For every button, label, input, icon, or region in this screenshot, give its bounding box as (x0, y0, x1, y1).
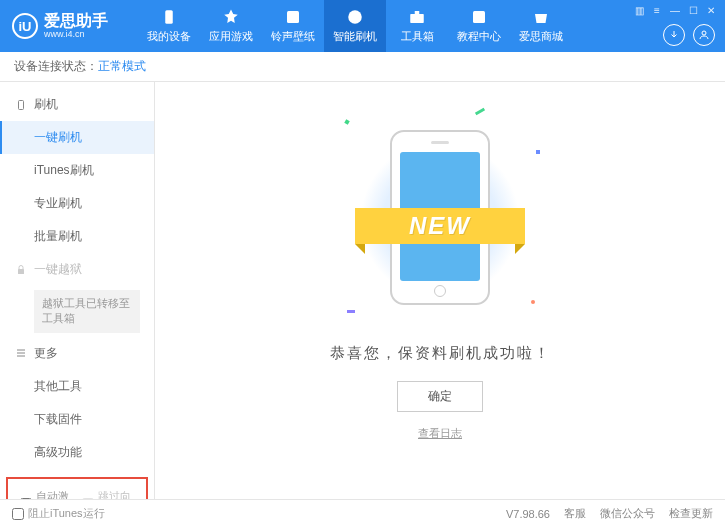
svg-rect-7 (19, 100, 24, 109)
sidebar: 刷机 一键刷机 iTunes刷机 专业刷机 批量刷机 一键越狱 越狱工具已转移至… (0, 82, 155, 499)
svg-rect-4 (415, 11, 420, 14)
phone-icon (160, 8, 178, 26)
apps-icon (222, 8, 240, 26)
lock-icon (14, 263, 28, 277)
status-prefix: 设备连接状态： (14, 58, 98, 75)
app-name: 爱思助手 (44, 13, 108, 29)
list-icon (14, 346, 28, 360)
nav-toolbox[interactable]: 工具箱 (386, 0, 448, 52)
app-header: iU 爱思助手 www.i4.cn 我的设备 应用游戏 铃声壁纸 智能刷机 工具… (0, 0, 725, 52)
main-content: NEW 恭喜您，保资料刷机成功啦！ 确定 查看日志 (155, 82, 725, 499)
download-button[interactable] (663, 24, 685, 46)
flash-icon (346, 8, 364, 26)
sidebar-group-jailbreak: 一键越狱 (0, 253, 154, 286)
nav-store[interactable]: 爱思商城 (510, 0, 572, 52)
dropdown-icon[interactable]: ≡ (651, 4, 663, 16)
nav-apps-games[interactable]: 应用游戏 (200, 0, 262, 52)
window-controls: ▥ ≡ — ☐ ✕ (633, 4, 717, 16)
highlighted-checkbox-row: 自动激活 跳过向导 (6, 477, 148, 499)
close-icon[interactable]: ✕ (705, 4, 717, 16)
view-log-link[interactable]: 查看日志 (418, 426, 462, 441)
success-illustration: NEW (365, 120, 515, 320)
app-logo: iU 爱思助手 www.i4.cn (0, 13, 120, 39)
svg-rect-5 (473, 11, 485, 23)
wallpaper-icon (284, 8, 302, 26)
auto-activate-checkbox[interactable]: 自动激活 (20, 489, 72, 499)
sidebar-group-flash[interactable]: 刷机 (0, 88, 154, 121)
jailbreak-note: 越狱工具已转移至工具箱 (34, 290, 140, 333)
nav-smart-flash[interactable]: 智能刷机 (324, 0, 386, 52)
skip-guide-checkbox[interactable]: 跳过向导 (82, 489, 134, 499)
main-nav: 我的设备 应用游戏 铃声壁纸 智能刷机 工具箱 教程中心 爱思商城 (138, 0, 572, 52)
status-bar: 设备连接状态： 正常模式 (0, 52, 725, 82)
success-message: 恭喜您，保资料刷机成功啦！ (330, 344, 551, 363)
book-icon (470, 8, 488, 26)
sidebar-group-more[interactable]: 更多 (0, 337, 154, 370)
footer: 阻止iTunes运行 V7.98.66 客服 微信公众号 检查更新 (0, 499, 725, 527)
support-link[interactable]: 客服 (564, 506, 586, 521)
svg-point-2 (348, 10, 362, 24)
status-mode: 正常模式 (98, 58, 146, 75)
nav-tutorials[interactable]: 教程中心 (448, 0, 510, 52)
sidebar-item-pro-flash[interactable]: 专业刷机 (0, 187, 154, 220)
svg-rect-1 (287, 11, 299, 23)
logo-icon: iU (12, 13, 38, 39)
new-ribbon: NEW (355, 208, 525, 244)
sidebar-item-itunes-flash[interactable]: iTunes刷机 (0, 154, 154, 187)
user-button[interactable] (693, 24, 715, 46)
svg-rect-8 (18, 269, 24, 274)
sidebar-item-download-firmware[interactable]: 下载固件 (0, 403, 154, 436)
store-icon (532, 8, 550, 26)
sidebar-item-other-tools[interactable]: 其他工具 (0, 370, 154, 403)
svg-rect-3 (410, 14, 424, 23)
sidebar-item-batch-flash[interactable]: 批量刷机 (0, 220, 154, 253)
ok-button[interactable]: 确定 (397, 381, 483, 412)
app-site: www.i4.cn (44, 29, 108, 39)
phone-icon (14, 98, 28, 112)
block-itunes-checkbox[interactable]: 阻止iTunes运行 (12, 506, 105, 521)
svg-rect-0 (165, 10, 173, 24)
minimize-icon[interactable]: — (669, 4, 681, 16)
maximize-icon[interactable]: ☐ (687, 4, 699, 16)
nav-ringtones[interactable]: 铃声壁纸 (262, 0, 324, 52)
menu-icon[interactable]: ▥ (633, 4, 645, 16)
svg-point-6 (702, 31, 706, 35)
nav-my-device[interactable]: 我的设备 (138, 0, 200, 52)
sidebar-item-onekey-flash[interactable]: 一键刷机 (0, 121, 154, 154)
sidebar-item-advanced[interactable]: 高级功能 (0, 436, 154, 469)
wechat-link[interactable]: 微信公众号 (600, 506, 655, 521)
check-update-link[interactable]: 检查更新 (669, 506, 713, 521)
toolbox-icon (408, 8, 426, 26)
version-label: V7.98.66 (506, 508, 550, 520)
